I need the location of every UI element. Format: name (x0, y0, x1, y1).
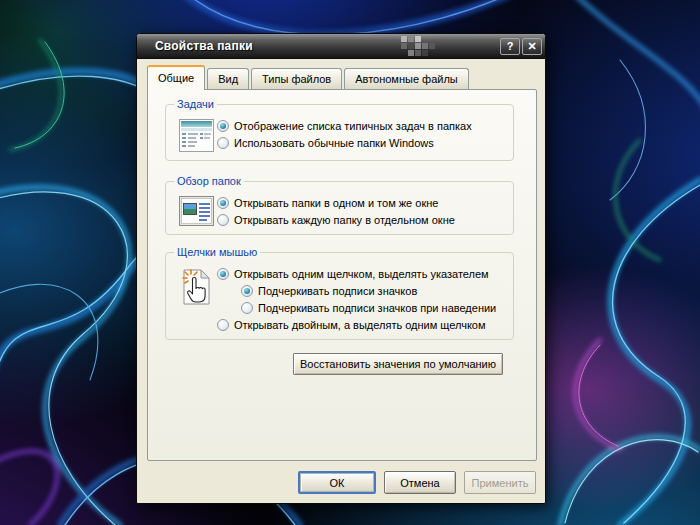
radio-label: Подчеркивать подписи значков при наведен… (258, 302, 496, 314)
radio-button[interactable] (217, 268, 229, 280)
radio-button[interactable] (241, 302, 253, 314)
group-browse-folders: Обзор папок (165, 181, 514, 235)
desktop: Свойства папки ? ✕ Общие Вид Тип (0, 0, 700, 525)
radio-label: Открывать каждую папку в отдельном окне (234, 214, 455, 226)
folder-options-window: Свойства папки ? ✕ Общие Вид Тип (136, 33, 546, 504)
group-tasks: Задачи (165, 104, 514, 161)
radio-button[interactable] (217, 120, 229, 132)
radio-label: Подчеркивать подписи значков (258, 285, 417, 297)
radio-button[interactable] (217, 319, 229, 331)
footer-button-row: ОК Отмена Применить (137, 461, 545, 504)
dialog-body: Общие Вид Типы файлов Автономные файлы З… (137, 59, 545, 504)
group-tasks-label: Задачи (174, 98, 217, 110)
option-underline-hover[interactable]: Подчеркивать подписи значков при наведен… (241, 301, 505, 314)
radio-label: Открывать папки в одном и том же окне (234, 197, 438, 209)
tab-strip: Общие Вид Типы файлов Автономные файлы (147, 65, 471, 89)
folder-window-icon (175, 196, 217, 226)
restore-defaults-button[interactable]: Восстановить значения по умолчанию (293, 353, 503, 375)
tab-file-types[interactable]: Типы файлов (251, 68, 342, 89)
titlebar-ornament (401, 36, 439, 57)
tab-page-general: Задачи (147, 89, 537, 461)
radio-button[interactable] (217, 197, 229, 209)
apply-button[interactable]: Применить (464, 471, 536, 494)
help-button[interactable]: ? (500, 38, 520, 55)
tab-general[interactable]: Общие (147, 65, 205, 90)
radio-button[interactable] (241, 285, 253, 297)
option-classic-folders[interactable]: Использовать обычные папки Windows (217, 136, 505, 149)
option-double-click[interactable]: Открывать двойным, а выделять одним щелч… (217, 318, 505, 331)
tasks-pane-icon (175, 119, 217, 152)
option-underline-always[interactable]: Подчеркивать подписи значков (241, 284, 505, 297)
tab-offline-files[interactable]: Автономные файлы (344, 68, 469, 89)
window-title: Свойства папки (155, 34, 253, 59)
group-browse-label: Обзор папок (174, 175, 244, 187)
single-click-hand-icon (175, 267, 217, 307)
radio-label: Открывать двойным, а выделять одним щелч… (234, 319, 486, 331)
option-separate-window[interactable]: Открывать каждую папку в отдельном окне (217, 213, 505, 226)
option-show-common-tasks[interactable]: Отображение списка типичных задач в папк… (217, 119, 505, 132)
radio-label: Использовать обычные папки Windows (234, 137, 434, 149)
radio-button[interactable] (217, 214, 229, 226)
titlebar[interactable]: Свойства папки ? ✕ (137, 34, 545, 59)
option-single-click[interactable]: Открывать одним щелчком, выделять указат… (217, 267, 505, 280)
radio-label: Отображение списка типичных задач в папк… (234, 120, 472, 132)
tab-view[interactable]: Вид (207, 68, 249, 89)
radio-button[interactable] (217, 137, 229, 149)
group-mouse-clicks: Щелчки мышью (165, 252, 514, 340)
option-same-window[interactable]: Открывать папки в одном и том же окне (217, 196, 505, 209)
ok-button[interactable]: ОК (298, 471, 376, 494)
radio-label: Открывать одним щелчком, выделять указат… (234, 268, 489, 280)
cancel-button[interactable]: Отмена (384, 471, 456, 494)
close-button[interactable]: ✕ (522, 38, 542, 55)
group-clicks-label: Щелчки мышью (174, 246, 260, 258)
